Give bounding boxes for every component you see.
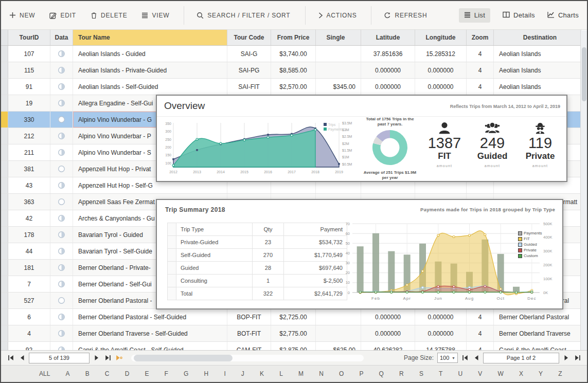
last-record-button[interactable] [103, 354, 112, 362]
selected-row-marker[interactable] [1, 112, 8, 127]
row-gutter[interactable] [1, 276, 8, 292]
cell-lng: 0.000000 [415, 325, 467, 341]
actions-button[interactable]: ACTIONS [318, 12, 357, 19]
row-gutter[interactable] [1, 194, 8, 210]
svg-text:$3.5M: $3.5M [342, 121, 352, 125]
row-gutter[interactable] [1, 62, 8, 78]
row-gutter[interactable] [1, 227, 8, 243]
alphabet-filter-k[interactable]: K [260, 370, 264, 377]
column-header-tour-code[interactable]: Tour Code [227, 30, 271, 45]
table-row[interactable]: 115Aeolian Islands - Private-GuidedSAI-P… [1, 62, 581, 79]
column-header-tourid[interactable]: TourID [8, 30, 50, 45]
svg-text:0: 0 [348, 290, 350, 295]
svg-text:Oct: Oct [496, 296, 504, 301]
alphabet-filter-t[interactable]: T [439, 370, 442, 377]
column-header-longitude[interactable]: Longitude [415, 30, 467, 45]
previous-record-button[interactable] [17, 354, 26, 362]
row-gutter[interactable] [1, 309, 8, 325]
column-header-zoom[interactable]: Zoom [467, 30, 494, 45]
column-header-from-price[interactable]: From Price [271, 30, 316, 45]
first-record-button[interactable] [6, 354, 15, 362]
vertical-scrollbar[interactable] [580, 30, 587, 350]
alphabet-filter-b[interactable]: B [85, 370, 90, 377]
alphabet-filter-all[interactable]: ALL [39, 370, 50, 377]
cell-lat: 0.000000 [361, 62, 415, 78]
horizontal-scrollbar-thumb[interactable] [134, 355, 233, 361]
search-filter-sort-button[interactable]: SEARCH / FILTER / SORT [197, 12, 290, 19]
row-gutter[interactable] [1, 293, 8, 308]
row-gutter[interactable] [1, 210, 8, 226]
refresh-button[interactable]: REFRESH [384, 12, 427, 19]
next-page-button[interactable] [562, 354, 571, 362]
row-gutter[interactable] [1, 243, 8, 259]
edit-button[interactable]: EDIT [49, 12, 76, 19]
alphabet-filter-q[interactable]: Q [379, 370, 384, 377]
row-gutter[interactable] [1, 144, 8, 160]
table-row[interactable]: 6Berner Oberland Pastoral - Self-GuidedB… [1, 309, 581, 325]
column-header-tour-name[interactable]: Tour Name [73, 30, 227, 45]
alphabet-filter-f[interactable]: F [165, 370, 168, 377]
trip-summary-table: Trip TypeQtyPaymentPrivate-Guided23$534,… [167, 223, 347, 300]
row-gutter[interactable] [1, 177, 8, 193]
column-header-single[interactable]: Single [316, 30, 361, 45]
cell-code: BOP-FIT [227, 309, 271, 325]
record-position-input[interactable]: 5 of 139 [29, 353, 90, 363]
last-page-button[interactable] [573, 354, 582, 362]
view-charts-button[interactable]: Charts [547, 11, 579, 20]
page-position-input[interactable]: Page 1 of 2 [483, 353, 559, 363]
delete-button[interactable]: DELETE [91, 12, 127, 19]
alphabet-filter-r[interactable]: R [399, 370, 404, 377]
row-gutter[interactable] [1, 95, 8, 111]
alphabet-filter-l[interactable]: L [279, 370, 283, 377]
alphabet-filter-x[interactable]: X [519, 370, 523, 377]
alphabet-filter-e[interactable]: E [145, 370, 149, 377]
alphabet-filter-z[interactable]: Z [558, 370, 562, 377]
table-row[interactable]: 107Aeolian Islands - GuidedSAI-G$3,740.0… [1, 46, 581, 62]
alphabet-filter-i[interactable]: I [224, 370, 225, 377]
alphabet-filter-g[interactable]: G [184, 370, 188, 377]
view-list-button[interactable]: List [459, 8, 490, 23]
alphabet-filter-u[interactable]: U [458, 370, 463, 377]
row-gutter[interactable] [1, 128, 8, 144]
alphabet-filter-o[interactable]: O [339, 370, 344, 377]
row-gutter[interactable] [1, 325, 8, 341]
alphabet-filter-c[interactable]: C [105, 370, 110, 377]
column-header-destination[interactable]: Destination [494, 30, 581, 45]
new-record-button[interactable] [115, 354, 123, 362]
column-header-data[interactable]: Data [50, 30, 73, 45]
row-gutter[interactable] [1, 79, 8, 95]
row-gutter[interactable] [1, 161, 8, 177]
alphabet-filter-a[interactable]: A [66, 370, 70, 377]
vertical-scrollbar-thumb[interactable] [582, 47, 586, 101]
alphabet-filter-d[interactable]: D [125, 370, 130, 377]
next-record-button[interactable] [92, 354, 101, 362]
alphabet-filter-h[interactable]: H [204, 370, 209, 377]
data-state-icon [50, 144, 73, 160]
view-button[interactable]: VIEW [141, 12, 169, 19]
table-row[interactable]: 91Aeolian Islands - Self-GuidedSAI-FIT$2… [1, 79, 581, 95]
previous-page-button[interactable] [472, 354, 480, 362]
page-size-select[interactable]: 100 ▼ [437, 353, 458, 363]
alphabet-filter-j[interactable]: J [241, 370, 244, 377]
alphabet-filter-y[interactable]: Y [539, 370, 543, 377]
new-button[interactable]: NEW [9, 12, 35, 19]
alphabet-filter-p[interactable]: P [359, 370, 363, 377]
column-header-latitude[interactable]: Latitude [361, 30, 415, 45]
alphabet-filter-s[interactable]: S [419, 370, 423, 377]
trip-summary-cell: Total [176, 287, 253, 300]
alphabet-filter-w[interactable]: W [497, 370, 503, 377]
horizontal-scrollbar[interactable] [131, 355, 364, 361]
cell-zoom: 4 [467, 46, 494, 62]
first-page-button[interactable] [460, 354, 469, 362]
table-row[interactable]: 4Berner Oberland Traverse - Self-GuidedB… [1, 325, 581, 342]
row-gutter[interactable] [1, 46, 8, 62]
alphabet-filter-m[interactable]: M [298, 370, 304, 377]
view-details-button[interactable]: Details [503, 11, 535, 20]
svg-text:100: 100 [165, 161, 171, 165]
row-gutter[interactable] [1, 260, 8, 276]
svg-text:$1M: $1M [342, 155, 349, 159]
svg-text:2015: 2015 [240, 170, 248, 174]
alphabet-filter-n[interactable]: N [319, 370, 324, 377]
alphabet-filter-v[interactable]: V [478, 370, 482, 377]
svg-text:2012: 2012 [169, 170, 177, 174]
